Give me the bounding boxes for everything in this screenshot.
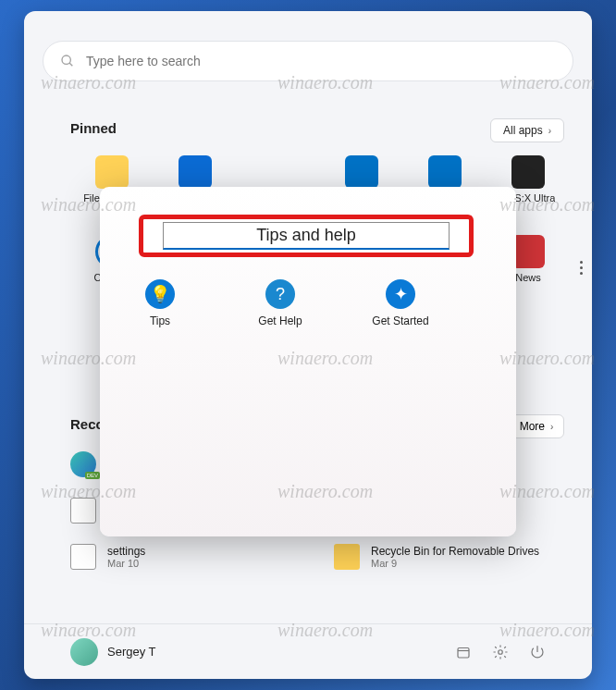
group-name-input[interactable]: [163, 222, 450, 250]
svg-point-0: [62, 55, 70, 64]
more-button[interactable]: More ›: [509, 414, 564, 438]
svg-rect-2: [458, 647, 469, 658]
search-placeholder: Type here to search: [86, 54, 201, 68]
popup-apps: 💡 Tips ? Get Help ✦ Get Started: [118, 279, 442, 327]
gear-icon[interactable]: [492, 644, 509, 660]
rec-sub: Mar 9: [371, 558, 539, 569]
chevron-right-icon: ›: [550, 422, 553, 432]
calendar-icon: [428, 155, 462, 189]
rec-title: settings: [107, 545, 145, 558]
popup-app-label: Get Started: [372, 314, 428, 327]
file-icon: [70, 544, 96, 570]
news-icon: [511, 235, 545, 268]
all-apps-button[interactable]: All apps ›: [490, 118, 564, 142]
popup-app-gethelp[interactable]: ? Get Help: [239, 279, 322, 327]
pinned-heading: Pinned: [70, 120, 117, 136]
lightbulb-icon: 💡: [145, 279, 175, 309]
popup-app-tips[interactable]: 💡 Tips: [118, 279, 202, 327]
search-box[interactable]: Type here to search: [43, 41, 573, 81]
edge-dev-icon: DEV: [70, 451, 96, 477]
popup-app-label: Tips: [150, 314, 170, 327]
chevron-right-icon: ›: [548, 126, 551, 136]
power-icon[interactable]: [529, 644, 546, 660]
avatar: [70, 638, 98, 666]
svg-line-1: [69, 63, 72, 66]
rec-sub: Mar 10: [107, 558, 145, 569]
user-name: Sergey T: [107, 645, 156, 659]
recommended-item[interactable]: settingsMar 10: [70, 544, 306, 570]
more-dots-icon[interactable]: [580, 261, 583, 275]
movies-icon: [179, 155, 212, 189]
group-name-highlight: [139, 215, 474, 257]
help-icon: ?: [265, 279, 295, 309]
start-footer: Sergey T: [24, 623, 592, 679]
search-icon: [60, 54, 75, 68]
mail-icon: [345, 155, 378, 189]
popup-app-label: Get Help: [258, 314, 302, 327]
popup-app-getstarted[interactable]: ✦ Get Started: [359, 279, 442, 327]
compass-icon: ✦: [386, 279, 415, 309]
file-icon: [70, 498, 96, 524]
dts-icon: [511, 155, 545, 189]
folder-icon: [334, 544, 360, 570]
rec-title: Recycle Bin for Removable Drives: [371, 545, 539, 558]
more-label: More: [520, 420, 545, 433]
create-group-popup: 💡 Tips ? Get Help ✦ Get Started: [100, 187, 516, 536]
user-account[interactable]: Sergey T: [70, 638, 156, 666]
all-apps-label: All apps: [503, 124, 543, 137]
recommended-item[interactable]: Recycle Bin for Removable DrivesMar 9: [334, 544, 570, 570]
folder-icon: [95, 155, 129, 189]
library-icon[interactable]: [455, 644, 472, 660]
svg-point-3: [499, 649, 503, 654]
